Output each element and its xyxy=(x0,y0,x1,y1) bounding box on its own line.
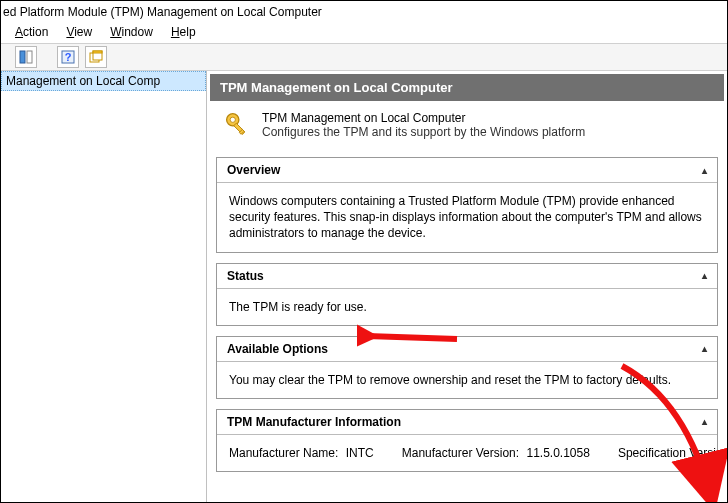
hero-line1: TPM Management on Local Computer xyxy=(262,111,585,125)
mfr-name-label: Manufacturer Name: xyxy=(229,446,338,460)
menu-view[interactable]: ViewView xyxy=(66,25,92,39)
svg-point-8 xyxy=(230,117,235,122)
svg-rect-1 xyxy=(27,51,32,63)
panel-overview-header[interactable]: Overview ▴ xyxy=(217,158,717,183)
hero: TPM Management on Local Computer Configu… xyxy=(210,101,724,153)
panel-manufacturer: TPM Manufacturer Information ▴ Manufactu… xyxy=(216,409,718,472)
body: Management on Local Comp TPM Management … xyxy=(1,71,727,502)
mfr-version-value: 11.5.0.1058 xyxy=(526,446,589,460)
panel-options-body: You may clear the TPM to remove ownershi… xyxy=(217,362,717,398)
panel-mfr-header[interactable]: TPM Manufacturer Information ▴ xyxy=(217,410,717,435)
panel-status-body: The TPM is ready for use. xyxy=(217,289,717,325)
spec-version-label: Specification Version: xyxy=(618,446,727,460)
tree-item-tpm-management[interactable]: Management on Local Comp xyxy=(1,71,206,91)
panel-options-header[interactable]: Available Options ▴ xyxy=(217,337,717,362)
svg-rect-0 xyxy=(20,51,25,63)
content-header-title: TPM Management on Local Computer xyxy=(220,80,453,95)
panel-overview: Overview ▴ Windows computers containing … xyxy=(216,157,718,253)
window-title: ed Platform Module (TPM) Management on L… xyxy=(3,5,322,19)
menu-action[interactable]: AActionction xyxy=(15,25,48,39)
panel-overview-title: Overview xyxy=(227,163,280,177)
toolbar-button-new-window[interactable] xyxy=(85,46,107,68)
collapse-icon: ▴ xyxy=(702,343,707,354)
collapse-icon: ▴ xyxy=(702,270,707,281)
menu-help[interactable]: HelpHelp xyxy=(171,25,196,39)
toolbar: ? xyxy=(1,43,727,71)
panel-mfr-body: Manufacturer Name: INTC Manufacturer Ver… xyxy=(217,435,717,471)
toolbar-button-properties[interactable] xyxy=(15,46,37,68)
tree-item-label: Management on Local Comp xyxy=(6,74,160,88)
svg-rect-6 xyxy=(93,51,102,53)
panel-available-options: Available Options ▴ You may clear the TP… xyxy=(216,336,718,399)
key-icon xyxy=(224,111,252,139)
panel-status-header[interactable]: Status ▴ xyxy=(217,264,717,289)
mfr-name-value: INTC xyxy=(346,446,374,460)
toolbar-button-help[interactable]: ? xyxy=(57,46,79,68)
hero-text: TPM Management on Local Computer Configu… xyxy=(262,111,585,139)
panel-status: Status ▴ The TPM is ready for use. xyxy=(216,263,718,326)
window-frame: ed Platform Module (TPM) Management on L… xyxy=(0,0,728,503)
title-bar: ed Platform Module (TPM) Management on L… xyxy=(1,1,727,23)
mfr-version-label: Manufacturer Version: xyxy=(402,446,519,460)
panel-overview-body: Windows computers containing a Trusted P… xyxy=(217,183,717,252)
svg-text:?: ? xyxy=(65,51,72,63)
content-header: TPM Management on Local Computer xyxy=(210,74,724,101)
menu-window[interactable]: WindowWindow xyxy=(110,25,153,39)
panel-status-title: Status xyxy=(227,269,264,283)
collapse-icon: ▴ xyxy=(702,416,707,427)
hero-line2: Configures the TPM and its support by th… xyxy=(262,125,585,139)
collapse-icon: ▴ xyxy=(702,165,707,176)
panel-options-title: Available Options xyxy=(227,342,328,356)
panel-mfr-title: TPM Manufacturer Information xyxy=(227,415,401,429)
content-pane: TPM Management on Local Computer TPM Man… xyxy=(207,71,727,502)
menu-bar: AActionction ViewView WindowWindow HelpH… xyxy=(1,23,727,43)
tree-pane: Management on Local Comp xyxy=(1,71,207,502)
